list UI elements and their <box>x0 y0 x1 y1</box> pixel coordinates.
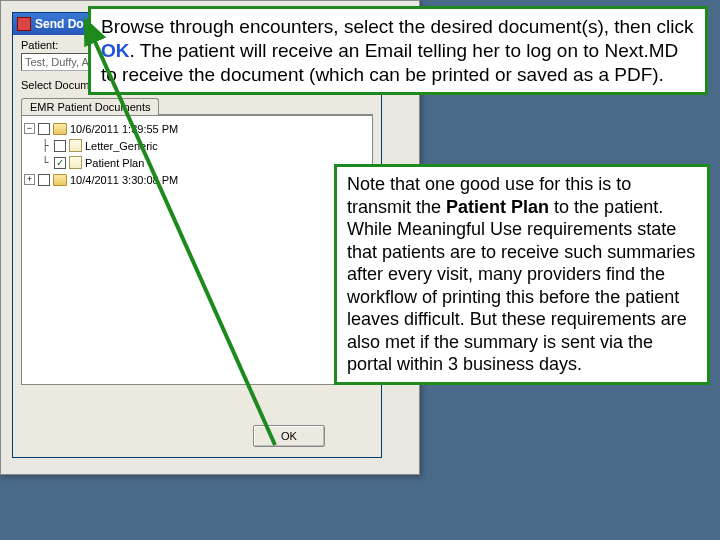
callout-bold-emphasis: Patient Plan <box>446 197 549 217</box>
callout-text: Browse through encounters, select the de… <box>101 16 693 37</box>
callout-ok-emphasis: OK <box>101 40 130 61</box>
folder-icon <box>53 123 67 135</box>
instruction-callout-2: Note that one good use for this is to tr… <box>334 164 710 385</box>
document-icon <box>69 139 82 152</box>
document-tree[interactable]: − 10/6/2011 1:39:55 PM ├ Letter_Generic … <box>21 115 373 385</box>
callout-text: . The patient will receive an Email tell… <box>101 40 678 85</box>
ok-button[interactable]: OK <box>253 425 325 447</box>
folder-icon <box>53 174 67 186</box>
tree-node-label: 10/4/2011 3:30:08 PM <box>70 174 178 186</box>
tree-node-label: 10/6/2011 1:39:55 PM <box>70 123 178 135</box>
tab-emr-patient-documents[interactable]: EMR Patient Documents <box>21 98 159 115</box>
document-icon <box>69 156 82 169</box>
app-icon <box>17 17 31 31</box>
tree-doc-letter-generic[interactable]: ├ Letter_Generic <box>24 137 370 154</box>
tree-node-label: Patient Plan <box>85 157 144 169</box>
tree-encounter-2[interactable]: + 10/4/2011 3:30:08 PM <box>24 171 370 188</box>
instruction-callout-1: Browse through encounters, select the de… <box>88 6 708 95</box>
tab-strip: EMR Patient Documents <box>21 95 373 115</box>
expander-icon[interactable]: − <box>24 123 35 134</box>
expander-icon[interactable]: + <box>24 174 35 185</box>
tree-encounter-1[interactable]: − 10/6/2011 1:39:55 PM <box>24 120 370 137</box>
checkbox[interactable] <box>38 123 50 135</box>
checkbox-checked[interactable]: ✓ <box>54 157 66 169</box>
tree-doc-patient-plan[interactable]: └ ✓ Patient Plan <box>24 154 370 171</box>
checkbox[interactable] <box>54 140 66 152</box>
checkbox[interactable] <box>38 174 50 186</box>
callout-text: to the patient. While Meaningful Use req… <box>347 197 695 375</box>
tree-node-label: Letter_Generic <box>85 140 158 152</box>
